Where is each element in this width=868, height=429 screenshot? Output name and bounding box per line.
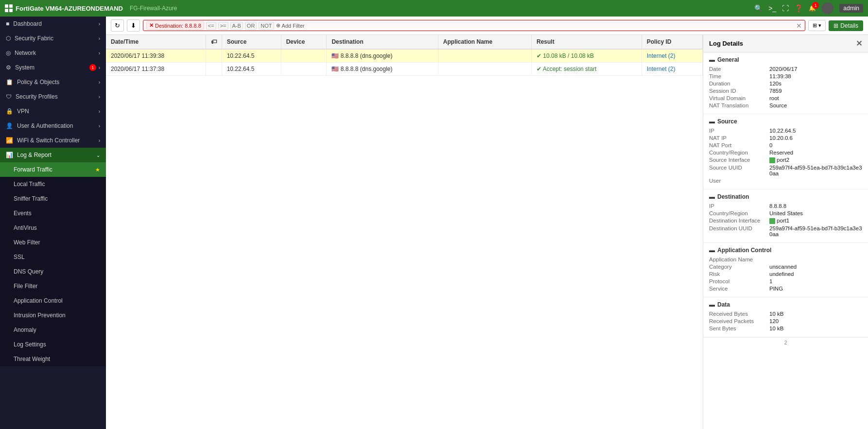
cell-datetime: 2020/06/17 11:39:38 — [106, 49, 206, 63]
sidebar-item-network[interactable]: ◎ Network › — [0, 46, 106, 60]
sidebar-item-file-filter[interactable]: File Filter — [0, 279, 106, 293]
log-section-data: ▬ Data Received Bytes 10 kB Received Pac… — [703, 297, 868, 337]
cell-tag — [206, 63, 222, 76]
sidebar-item-security-profiles[interactable]: 🛡 Security Profiles › — [0, 89, 106, 104]
log-report-submenu: Forward Traffic ★ Local Traffic Sniffer … — [0, 162, 106, 366]
cell-app-name — [438, 63, 531, 76]
filter-op-or[interactable]: OR — [245, 22, 257, 30]
log-row: Session ID 7859 — [709, 88, 862, 94]
sidebar-item-label: System — [15, 64, 35, 71]
refresh-button[interactable]: ↻ — [111, 19, 124, 32]
sidebar-item-anomaly[interactable]: Anomaly — [0, 323, 106, 337]
table-row[interactable]: 2020/06/17 11:37:38 10.22.64.5 🇺🇸 8.8.8.… — [106, 63, 703, 76]
cell-policy-id: Internet (2) — [642, 49, 702, 63]
sidebar-item-intrusion-prevention[interactable]: Intrusion Prevention — [0, 308, 106, 323]
sidebar-item-application-control[interactable]: Application Control — [0, 293, 106, 308]
sidebar-item-user-auth[interactable]: 👤 User & Authentication › — [0, 119, 106, 133]
sidebar-item-threat-weight[interactable]: Threat Weight — [0, 352, 106, 366]
cell-datetime: 2020/06/17 11:37:38 — [106, 63, 206, 76]
table-area: Date/Time 🏷 Source Device Destination Ap… — [106, 35, 703, 429]
collapse-icon[interactable]: ▬ — [709, 193, 715, 200]
table-row[interactable]: 2020/06/17 11:39:38 10.22.64.5 🇺🇸 8.8.8.… — [106, 49, 703, 63]
sidebar-sub-label: Anomaly — [14, 326, 36, 333]
filter-clear-icon[interactable]: ✕ — [796, 22, 802, 30]
avatar[interactable] — [822, 2, 833, 14]
sidebar-sub-label: SSL — [14, 254, 25, 260]
dashboard-icon: ■ — [6, 20, 9, 27]
sidebar-item-label: Log & Report — [17, 152, 52, 158]
sidebar-item-antivirus[interactable]: AntiVirus — [0, 221, 106, 235]
add-filter-plus-icon: ⊕ — [276, 22, 280, 29]
chevron-icon: › — [99, 65, 100, 70]
log-row: Source Interface port2 — [709, 157, 862, 163]
sidebar-item-ssl[interactable]: SSL — [0, 250, 106, 264]
star-icon[interactable]: ★ — [95, 167, 100, 173]
details-label: Details — [840, 22, 858, 29]
log-row: Category unscanned — [709, 264, 862, 270]
sidebar-item-log-settings[interactable]: Log Settings — [0, 337, 106, 352]
chevron-icon: › — [99, 51, 100, 56]
destination-filter-tag[interactable]: ✕ Destination: 8.8.8.8 — [146, 21, 204, 30]
filter-remove-icon[interactable]: ✕ — [149, 22, 154, 29]
collapse-icon[interactable]: ▬ — [709, 118, 715, 125]
sidebar-item-policy-objects[interactable]: 📋 Policy & Objects › — [0, 75, 106, 89]
sidebar-item-forward-traffic[interactable]: Forward Traffic ★ — [0, 162, 106, 177]
help-icon[interactable]: ❓ — [795, 4, 803, 12]
log-section-app-control-title: ▬ Application Control — [709, 247, 862, 254]
log-row: Country/Region United States — [709, 210, 862, 216]
sidebar-item-label: Network — [15, 50, 36, 56]
collapse-icon[interactable]: ▬ — [709, 56, 715, 63]
sidebar-sub-label: Sniffer Traffic — [14, 195, 48, 202]
sidebar-item-events[interactable]: Events — [0, 206, 106, 221]
username[interactable]: admin — [839, 4, 863, 13]
add-filter-button[interactable]: ⊕ Add Filter — [276, 22, 305, 29]
filter-op-gte[interactable]: >= — [218, 22, 228, 30]
log-row: Sent Bytes 10 kB — [709, 326, 862, 331]
log-row: Protocol 1 — [709, 278, 862, 284]
collapse-icon[interactable]: ▬ — [709, 247, 715, 254]
sidebar-item-log-report[interactable]: 📊 Log & Report ⌄ — [0, 148, 106, 162]
fullscreen-icon[interactable]: ⛶ — [782, 4, 789, 12]
sidebar-item-dashboard[interactable]: ■ Dashboard › — [0, 17, 106, 31]
log-details-title: Log Details — [709, 40, 743, 47]
collapse-icon[interactable]: ▬ — [709, 301, 715, 308]
sidebar-item-vpn[interactable]: 🔒 VPN › — [0, 104, 106, 119]
filter-bar: ✕ Destination: 8.8.8.8 <= >= A-B OR NOT … — [143, 20, 805, 31]
log-details-close-button[interactable]: ✕ — [856, 39, 862, 48]
filter-op-range[interactable]: A-B — [230, 22, 243, 30]
filter-op-not[interactable]: NOT — [259, 22, 274, 30]
filter-view-button[interactable]: ⊞ ▾ — [808, 20, 826, 31]
log-row: Risk undefined — [709, 271, 862, 277]
log-row: Duration 120s — [709, 81, 862, 86]
sidebar-sub-label: Local Traffic — [14, 181, 45, 188]
sidebar-sub-label: DNS Query — [14, 268, 43, 275]
chevron-icon: › — [99, 109, 100, 114]
sidebar-item-label: User & Authentication — [17, 122, 73, 129]
sidebar-item-dns-query[interactable]: DNS Query — [0, 264, 106, 279]
sidebar-item-security-fabric[interactable]: ⬡ Security Fabric › — [0, 31, 106, 46]
filter-op-lte[interactable]: <= — [206, 22, 216, 30]
col-app-name: Application Name — [438, 35, 531, 49]
sidebar-item-sniffer-traffic[interactable]: Sniffer Traffic — [0, 191, 106, 206]
download-button[interactable]: ⬇ — [127, 19, 140, 32]
col-destination: Destination — [327, 35, 438, 49]
sidebar-item-system[interactable]: ⚙ System 1 › — [0, 60, 106, 75]
log-row: IP 10.22.64.5 — [709, 128, 862, 134]
sidebar-item-local-traffic[interactable]: Local Traffic — [0, 177, 106, 191]
sidebar-sub-label: Events — [14, 210, 32, 217]
table-header-row: Date/Time 🏷 Source Device Destination Ap… — [106, 35, 703, 49]
log-row: Service PING — [709, 286, 862, 292]
terminal-icon[interactable]: >_ — [768, 4, 776, 12]
search-icon[interactable]: 🔍 — [754, 4, 763, 12]
notification-icon[interactable]: 🔔 1 — [809, 5, 816, 12]
policy-link[interactable]: Internet (2) — [647, 52, 676, 59]
chevron-icon: › — [99, 36, 100, 41]
log-row: Received Packets 120 — [709, 318, 862, 324]
sidebar-item-web-filter[interactable]: Web Filter — [0, 235, 106, 250]
log-row: Received Bytes 10 kB — [709, 311, 862, 317]
details-button[interactable]: ⊞ Details — [829, 20, 863, 31]
sidebar-item-wifi-switch[interactable]: 📶 WiFi & Switch Controller › — [0, 133, 106, 148]
log-row: Destination UUID 259a97f4-af59-51ea-bd7f… — [709, 225, 862, 237]
log-details-header: Log Details ✕ — [703, 35, 868, 52]
policy-link[interactable]: Internet (2) — [647, 66, 676, 72]
